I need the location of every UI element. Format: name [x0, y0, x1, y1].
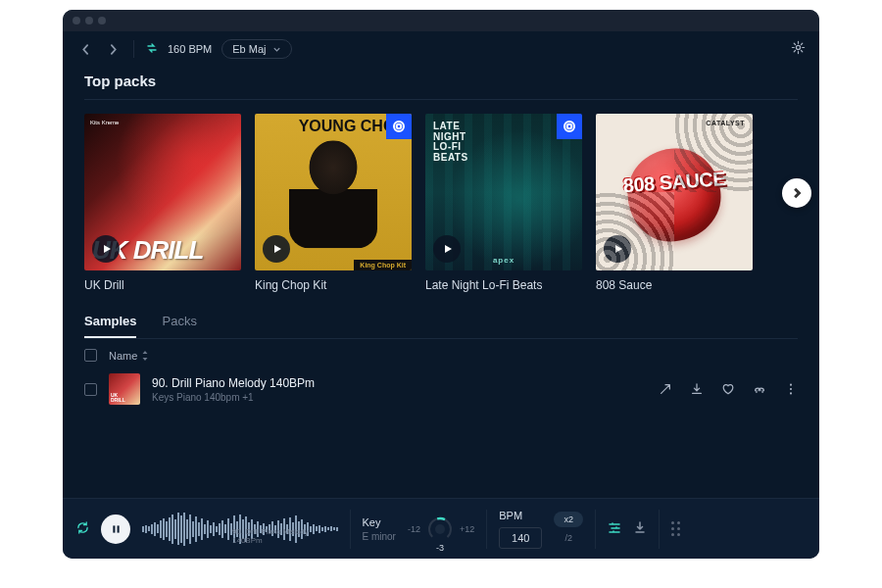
row-checkbox[interactable] [84, 383, 97, 396]
pack-cover: LATE NIGHT LO-FI BEATS apex [425, 114, 582, 270]
section-title: Top packs [84, 73, 798, 89]
bpm-double-button[interactable]: x2 [554, 512, 583, 527]
pack-cover-brand: CATALYST [706, 120, 745, 126]
titlebar [63, 10, 819, 31]
svg-point-3 [564, 122, 574, 131]
window-dot [73, 17, 80, 24]
sample-name: 90. Drill Piano Melody 140BPm [152, 376, 647, 390]
pack-cover-figure [289, 140, 377, 248]
pack-cover-text: 808 SAUCE [622, 168, 726, 197]
pitch-knob[interactable]: -3 [426, 515, 454, 543]
svg-point-6 [790, 388, 792, 390]
player-separator [659, 510, 660, 549]
pack-cover-artwork [628, 149, 721, 242]
key-selector[interactable]: Eb Maj [221, 39, 291, 59]
filter-button[interactable] [608, 520, 621, 538]
sample-actions [659, 382, 798, 396]
carousel-next-button[interactable] [782, 178, 811, 208]
divider [84, 99, 798, 100]
player-bar: 90. Drill Piano Melody 140BPm Key E mino… [63, 498, 819, 559]
pack-card[interactable]: LATE NIGHT LO-FI BEATS apex Late Night L… [425, 114, 582, 292]
svg-point-7 [790, 392, 792, 394]
tab-samples[interactable]: Samples [84, 314, 136, 338]
select-all-checkbox[interactable] [84, 349, 97, 362]
svg-point-5 [790, 384, 792, 386]
packs-carousel: Kits Kreme UK DRILL UK Drill YOUNG CHOP … [84, 114, 798, 292]
pack-card[interactable]: YOUNG CHOP King Chop Kit King Chop Kit [255, 114, 412, 292]
svg-point-0 [796, 45, 800, 49]
knob-min: -12 [408, 524, 420, 534]
chevron-down-icon [272, 45, 281, 54]
main-content: Top packs Kits Kreme UK DRILL UK Drill Y… [63, 67, 819, 411]
table-header: Name [84, 339, 798, 368]
toolbar-separator [133, 40, 134, 58]
player-separator [350, 510, 351, 549]
svg-rect-8 [113, 525, 115, 532]
knob-max: +12 [460, 524, 474, 534]
pack-title: Late Night Lo-Fi Beats [425, 278, 582, 292]
tab-packs[interactable]: Packs [162, 314, 196, 338]
toolbar: 160 BPM Eb Maj [63, 31, 819, 67]
player-separator [595, 510, 596, 549]
svg-point-4 [567, 124, 572, 129]
pack-cover-text: LATE NIGHT LO-FI BEATS [433, 122, 468, 163]
pack-cover-brand: apex [493, 256, 514, 265]
sample-thumbnail [109, 373, 140, 405]
svg-point-1 [394, 122, 404, 131]
nav-back-button[interactable] [76, 40, 94, 58]
play-overlay-button[interactable] [92, 235, 120, 263]
key-value: Eb Maj [232, 43, 266, 55]
sync-icon[interactable] [146, 42, 158, 56]
sample-row[interactable]: 90. Drill Piano Melody 140BPm Keys Piano… [84, 368, 798, 411]
svg-rect-9 [117, 525, 119, 532]
bpm-half-button[interactable]: /2 [554, 530, 583, 546]
play-overlay-button[interactable] [604, 235, 631, 263]
bpm-display: BPM 140 [499, 510, 542, 549]
sample-info: 90. Drill Piano Melody 140BPm Keys Piano… [152, 376, 647, 403]
download-icon[interactable] [690, 382, 704, 396]
pack-title: UK Drill [84, 278, 241, 292]
pack-cover-sublabel: Kits Kreme [90, 120, 119, 125]
preview-icon[interactable] [753, 382, 766, 396]
settings-button[interactable] [791, 40, 806, 59]
window-dot [98, 17, 106, 24]
bpm-multiplier-group: x2 /2 [554, 512, 583, 546]
bpm-display[interactable]: 160 BPM [168, 43, 212, 55]
bpm-input[interactable]: 140 [499, 527, 542, 549]
sort-icon [141, 351, 149, 361]
key-display: Key E minor [363, 516, 396, 542]
pack-card[interactable]: CATALYST 808 SAUCE 808 Sauce [596, 114, 753, 292]
pause-button[interactable] [101, 514, 130, 544]
download-button[interactable] [633, 520, 647, 538]
column-name-label: Name [109, 350, 137, 362]
pack-title: 808 Sauce [596, 278, 753, 292]
svg-point-2 [397, 124, 402, 129]
bpm-label: BPM [499, 510, 542, 521]
now-playing-title: 90. Drill Piano Melody 140BPm [232, 527, 338, 545]
key-value: E minor [363, 531, 396, 542]
pack-cover: YOUNG CHOP King Chop Kit [255, 114, 412, 270]
pack-cover: CATALYST 808 SAUCE [596, 114, 753, 270]
tabs: Samples Packs [84, 314, 798, 339]
partner-badge-icon [386, 114, 412, 139]
send-to-icon[interactable] [659, 382, 672, 396]
svg-point-12 [435, 524, 445, 534]
knob-value: -3 [426, 543, 454, 553]
pack-card[interactable]: Kits Kreme UK DRILL UK Drill [84, 114, 241, 292]
nav-forward-button[interactable] [104, 40, 122, 58]
sample-meta: Keys Piano 140bpm +1 [152, 392, 647, 403]
app-window: 160 BPM Eb Maj Top packs Kits Kreme UK D… [63, 10, 819, 559]
pack-cover: Kits Kreme UK DRILL [84, 114, 241, 270]
loop-button[interactable] [76, 520, 89, 538]
key-label: Key [363, 516, 396, 528]
partner-badge-icon [557, 114, 582, 139]
more-icon[interactable] [784, 382, 798, 396]
favorite-icon[interactable] [721, 382, 735, 396]
play-overlay-button[interactable] [263, 235, 290, 263]
pack-title: King Chop Kit [255, 278, 412, 292]
window-dot [85, 17, 93, 24]
pack-cover-bar: King Chop Kit [354, 260, 412, 270]
drag-handle[interactable] [671, 521, 680, 536]
column-name-header[interactable]: Name [109, 350, 149, 362]
play-overlay-button[interactable] [433, 235, 461, 263]
